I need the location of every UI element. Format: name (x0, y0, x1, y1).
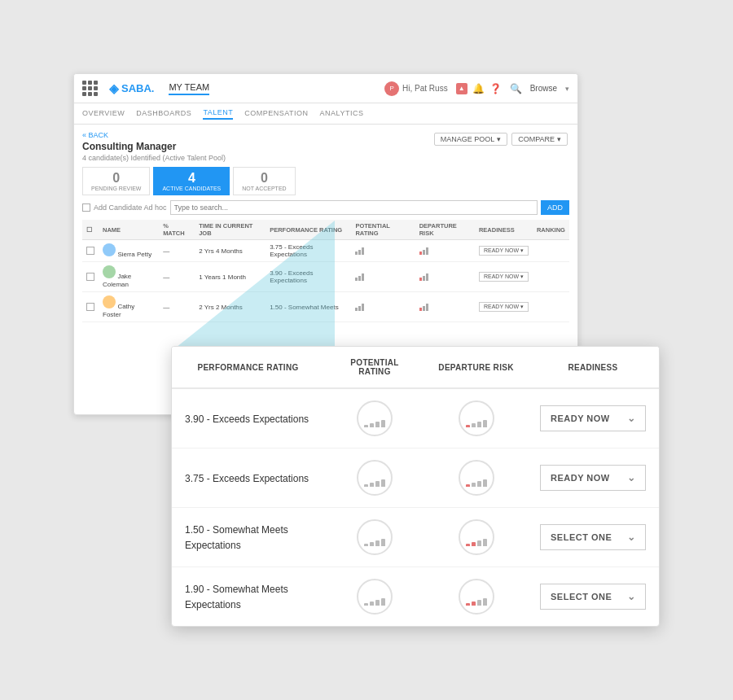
detail-row: 3.90 - Exceeds ExpectationsREADY NOW⌄ (172, 388, 659, 448)
pending-review-tab[interactable]: 0 PENDING REVIEW (82, 167, 150, 195)
col-match[interactable]: % MATCH (159, 220, 195, 240)
col-check: ☐ (82, 220, 99, 240)
ready-now-button[interactable]: READY NOW ▾ (479, 272, 529, 282)
departure-chart (459, 579, 494, 615)
candidates-table: ☐ NAME % MATCH TIME IN CURRENT JOB PERFO… (82, 220, 569, 322)
table-row: Sierra Petty — 2 Yrs 4 Months 3.75 - Exc… (82, 240, 569, 262)
departure-risk-cell (425, 448, 527, 508)
top-actions: MANAGE POOL ▾ COMPARE ▾ (434, 133, 568, 146)
detail-header-row: PERFORMANCE RATING POTENTIAL RATING DEPA… (172, 347, 659, 388)
departure-risk-cell (425, 508, 527, 567)
user-info: P Hi, Pat Russ (384, 81, 448, 96)
readiness-cell[interactable]: SELECT ONE⌄ (527, 508, 659, 567)
readiness-label: READY NOW (551, 413, 610, 423)
col-departure[interactable]: DEPARTURE RISK (415, 220, 475, 240)
search-input[interactable] (170, 200, 538, 215)
departure-risk-cell (425, 388, 527, 448)
table-row: Cathy Foster — 2 Yrs 2 Months 1.50 - Som… (82, 292, 569, 322)
page-subtitle: 4 candidate(s) Identified (Active Talent… (82, 154, 569, 162)
tab-overview[interactable]: OVERVIEW (82, 109, 125, 119)
manage-pool-chevron-icon: ▾ (497, 135, 501, 143)
col-header-departure-risk: DEPARTURE RISK (425, 347, 527, 388)
candidate-tabs: 0 PENDING REVIEW 4 ACTIVE CANDIDATES 0 N… (82, 167, 569, 195)
col-time[interactable]: TIME IN CURRENT JOB (195, 220, 266, 240)
readiness-cell[interactable]: SELECT ONE⌄ (527, 567, 659, 627)
readiness-chevron-icon: ⌄ (627, 591, 636, 602)
app-content: « BACK Consulting Manager 4 candidate(s)… (74, 125, 577, 329)
detail-row: 1.50 - Somewhat Meets ExpectationsSELECT… (172, 508, 659, 567)
saba-logo: ◈ SABA. (109, 81, 154, 96)
readiness-label: READY NOW (551, 473, 610, 483)
departure-chart (459, 400, 494, 436)
active-candidates-tab[interactable]: 4 ACTIVE CANDIDATES (153, 167, 230, 195)
tab-dashboards[interactable]: DASHBOARDS (136, 109, 191, 119)
readiness-chevron-icon: ⌄ (627, 532, 636, 543)
readiness-cell[interactable]: READY NOW⌄ (527, 448, 659, 508)
detail-row: 3.75 - Exceeds ExpectationsREADY NOW⌄ (172, 448, 659, 508)
bell-icon[interactable]: 🔔 (472, 83, 485, 94)
departure-chart (459, 460, 494, 496)
my-team-tab[interactable]: MY TEAM (169, 82, 209, 95)
departure-chart (459, 519, 494, 555)
ready-now-button[interactable]: READY NOW ▾ (479, 302, 529, 312)
potential-rating-cell (324, 448, 425, 508)
search-bar: Add Candidate Ad hoc ADD (82, 200, 569, 215)
grid-icon[interactable] (82, 81, 98, 96)
readiness-chevron-icon: ⌄ (627, 413, 636, 424)
performance-rating-cell: 1.50 - Somewhat Meets Expectations (172, 508, 324, 567)
browse-chevron-icon: ▾ (565, 85, 569, 93)
performance-rating-cell: 1.90 - Somewhat Meets Expectations (172, 567, 324, 627)
col-potential[interactable]: POTENTIAL RATING (351, 220, 415, 240)
notification-icon[interactable]: ▲ (456, 83, 467, 94)
detail-card: PERFORMANCE RATING POTENTIAL RATING DEPA… (171, 346, 660, 627)
tab-analytics[interactable]: ANALYTICS (320, 109, 364, 119)
col-ranking[interactable]: RANKING (533, 220, 569, 240)
not-accepted-tab[interactable]: 0 NOT ACCEPTED (233, 167, 295, 195)
col-perf[interactable]: PERFORMANCE RATING (266, 220, 351, 240)
potential-chart (357, 519, 393, 555)
tab-bar: OVERVIEW DASHBOARDS TALENT COMPENSATION … (74, 103, 577, 125)
performance-rating-cell: 3.90 - Exceeds Expectations (172, 388, 324, 448)
help-icon[interactable]: ❓ (489, 83, 502, 94)
search-checkbox[interactable] (82, 203, 90, 212)
tab-talent[interactable]: TALENT (203, 108, 233, 120)
tab-compensation[interactable]: COMPENSATION (244, 109, 308, 119)
readiness-label: SELECT ONE (551, 532, 612, 542)
potential-rating-cell (324, 508, 425, 567)
col-header-readiness: READINESS (527, 347, 659, 388)
search-icon[interactable]: 🔍 (510, 83, 522, 94)
potential-chart (357, 579, 393, 615)
col-header-potential-rating: POTENTIAL RATING (324, 347, 425, 388)
add-button[interactable]: ADD (541, 200, 569, 215)
table-row: Jake Coleman — 1 Years 1 Month 3.90 - Ex… (82, 262, 569, 292)
compare-chevron-icon: ▾ (557, 135, 561, 143)
search-label: Add Candidate Ad hoc (94, 203, 167, 212)
readiness-dropdown[interactable]: READY NOW⌄ (540, 405, 646, 431)
potential-rating-cell (324, 567, 425, 627)
detail-row: 1.90 - Somewhat Meets ExpectationsSELECT… (172, 567, 659, 627)
manage-pool-button[interactable]: MANAGE POOL ▾ (434, 133, 508, 146)
readiness-label: SELECT ONE (551, 592, 612, 602)
potential-chart (357, 460, 393, 496)
col-name[interactable]: NAME (99, 220, 159, 240)
user-name: Hi, Pat Russ (402, 84, 448, 93)
departure-risk-cell (425, 567, 527, 627)
ready-now-button[interactable]: READY NOW ▾ (479, 246, 529, 256)
readiness-dropdown[interactable]: SELECT ONE⌄ (540, 524, 646, 550)
readiness-cell[interactable]: READY NOW⌄ (527, 388, 659, 448)
readiness-chevron-icon: ⌄ (627, 472, 636, 483)
readiness-dropdown[interactable]: READY NOW⌄ (540, 465, 646, 491)
performance-rating-cell: 3.75 - Exceeds Expectations (172, 448, 324, 508)
logo-text: SABA. (121, 82, 154, 94)
col-readiness[interactable]: READINESS (475, 220, 533, 240)
potential-chart (357, 400, 393, 436)
potential-rating-cell (324, 388, 425, 448)
detail-table: PERFORMANCE RATING POTENTIAL RATING DEPA… (172, 347, 659, 626)
col-header-performance-rating: PERFORMANCE RATING (172, 347, 324, 388)
browse-label[interactable]: Browse (530, 84, 557, 93)
readiness-dropdown[interactable]: SELECT ONE⌄ (540, 584, 646, 610)
nav-icons: ▲ 🔔 ❓ (456, 83, 502, 94)
compare-button[interactable]: COMPARE ▾ (511, 133, 568, 146)
avatar: P (384, 81, 399, 96)
navbar: ◈ SABA. MY TEAM P Hi, Pat Russ ▲ 🔔 ❓ 🔍 B… (74, 74, 577, 103)
